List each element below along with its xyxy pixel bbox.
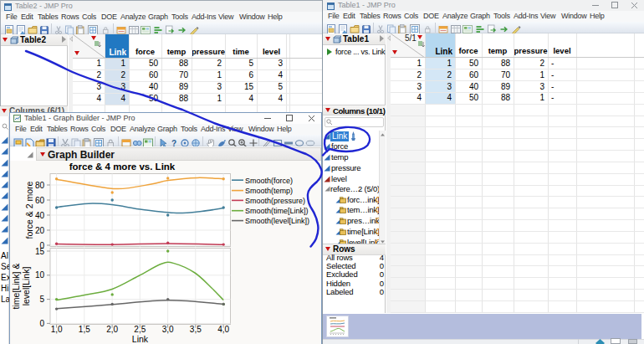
svg-text:40: 40 (35, 211, 45, 220)
svg-text:4,0: 4,0 (217, 325, 229, 334)
svg-text:2,0: 2,0 (106, 325, 118, 334)
svg-text:1,0: 1,0 (51, 325, 63, 334)
svg-text:1,5: 1,5 (79, 325, 90, 334)
svg-text:level[Link]: level[Link] (21, 267, 31, 306)
svg-text:15: 15 (35, 247, 45, 256)
svg-text:3,0: 3,0 (162, 325, 174, 334)
svg-text:3,5: 3,5 (190, 325, 202, 334)
svg-text:20: 20 (35, 226, 45, 235)
svg-text:time[Link] &: time[Link] & (11, 264, 21, 310)
svg-text:Smooth(time[Link]): Smooth(time[Link]) (245, 207, 309, 215)
svg-text:0: 0 (39, 319, 44, 328)
svg-text:force & 2 more: force & 2 more (24, 181, 34, 239)
svg-text:Smooth(force): Smooth(force) (245, 177, 293, 185)
svg-text:Link: Link (132, 334, 149, 344)
svg-text:Smooth(level[Link]): Smooth(level[Link]) (245, 217, 309, 225)
svg-text:2,5: 2,5 (134, 325, 146, 334)
svg-text:Smooth(pressure): Smooth(pressure) (245, 197, 305, 205)
svg-text:80: 80 (35, 181, 45, 190)
svg-text:Smooth(temp): Smooth(temp) (245, 187, 293, 195)
svg-text:force & 4 more vs. Link: force & 4 more vs. Link (69, 162, 176, 172)
svg-text:10: 10 (35, 270, 45, 280)
svg-text:5: 5 (39, 295, 44, 304)
svg-text:60: 60 (35, 196, 45, 205)
